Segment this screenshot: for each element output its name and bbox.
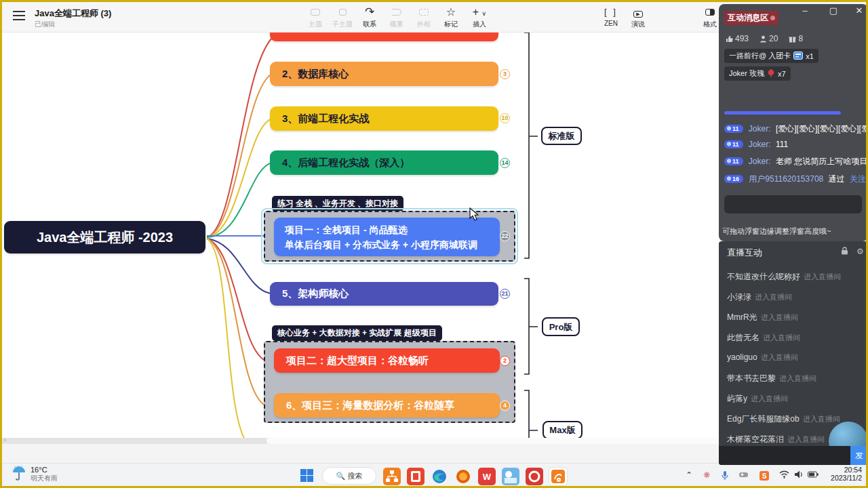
orgchart-app-icon[interactable] — [383, 468, 401, 485]
search-input[interactable]: 🔍 搜索 — [322, 467, 376, 485]
project2-group-box[interactable]: 项目二：超大型项目：谷粒畅听 6、项目三：海量数据分析：谷粒随享 — [264, 341, 515, 423]
taskbar: 16°C明天有雨 🔍 搜索 W ⌃ ❋ S — [2, 463, 868, 488]
people-icon — [760, 35, 767, 43]
edition-max[interactable]: Max版 — [542, 421, 583, 439]
plus-icon: + ∨ — [465, 5, 494, 19]
node-2-database[interactable]: 2、数据库核心 — [270, 62, 498, 86]
viewers-stat: 20 — [760, 34, 778, 43]
node-project1[interactable]: 项目一：全栈项目 - 尚品甄选 单体后台项目 + 分布式业务 + 小程序商城联调 — [274, 218, 500, 256]
tool-mark[interactable]: ☆ 标记 — [436, 5, 466, 29]
level-badge: 16 — [724, 175, 743, 183]
sogou-input-icon[interactable]: S — [759, 470, 770, 483]
subtopic-icon — [328, 5, 357, 19]
node-3-frontend[interactable]: 3、前端工程化实战 — [270, 106, 498, 131]
oracle-app-icon[interactable] — [526, 468, 543, 485]
weather-widget[interactable]: 16°C明天有雨 — [12, 466, 58, 483]
gamepad-icon[interactable] — [738, 470, 749, 481]
hamburger-menu-icon[interactable] — [13, 11, 25, 20]
wifi-icon[interactable] — [779, 470, 789, 481]
mindmap-app-icon-active[interactable] — [549, 468, 567, 485]
gift-icon — [789, 35, 796, 43]
edition-standard[interactable]: 标准版 — [541, 127, 582, 145]
close-icon[interactable]: ✕ — [853, 5, 865, 16]
tag-practice[interactable]: 练习 全栈 、业务开发 、接口对接 — [272, 196, 403, 211]
minimize-icon[interactable]: – — [799, 5, 811, 16]
tool-summary[interactable]: 概要 — [382, 5, 412, 29]
enter-room-link: 进入直播间 — [761, 353, 798, 361]
microphone-icon[interactable] — [721, 470, 729, 483]
viewer-row[interactable]: 屿落y进入直播间 — [727, 393, 863, 405]
live-input-bar[interactable]: 发 — [719, 446, 868, 465]
enter-room-link: 进入直播间 — [779, 374, 816, 382]
start-button[interactable] — [300, 469, 314, 483]
tool-zen[interactable]: [ ] ZEN — [596, 5, 626, 27]
summary-icon — [382, 5, 412, 19]
enter-room-link: 进入直播间 — [803, 415, 840, 423]
gear-icon[interactable]: ⚙ — [856, 247, 864, 256]
viewer-row[interactable]: Edg厂长韩服随缘ob进入直播间 — [727, 413, 863, 425]
node-5-architect[interactable]: 5、架构师核心 — [270, 282, 498, 306]
viewer-row[interactable]: MmrR光进入直播间 — [727, 312, 863, 323]
speaker-icon[interactable] — [794, 470, 804, 481]
badge-node5[interactable]: 21 — [500, 289, 510, 299]
chat-input[interactable] — [724, 195, 862, 214]
central-topic[interactable]: Java全端工程师 -2023 — [4, 221, 205, 253]
reader-app-icon[interactable] — [407, 468, 425, 485]
enter-room-link: 进入直播间 — [787, 435, 825, 443]
viewer-row[interactable]: yaoliguo进入直播间 — [727, 352, 863, 363]
chat-message: 11 Joker: 老师 您说简历上写啥项目吸引人 — [724, 156, 867, 167]
badge-project3[interactable]: 4 — [500, 401, 510, 411]
tool-insert[interactable]: + ∨ 插入 — [465, 5, 494, 29]
badge-node2[interactable]: 3 — [500, 69, 510, 79]
chat-stats: 493 20 8 — [726, 34, 803, 43]
lock-icon[interactable] — [841, 247, 848, 257]
tool-relation[interactable]: ↷ 联系 — [355, 5, 384, 29]
rain-umbrella-icon — [12, 466, 26, 482]
level-badge: 11 — [724, 157, 743, 165]
viewer-row[interactable]: 不知道改什么呢称好进入直播间 — [727, 271, 863, 283]
badge-node3[interactable]: 10 — [500, 113, 510, 123]
tray-chevron-icon[interactable]: ⌃ — [686, 470, 692, 480]
node-1-clipped[interactable] — [270, 33, 498, 41]
rose-icon — [767, 69, 775, 79]
badge-node4[interactable]: 14 — [500, 158, 510, 168]
enter-room-link: 进入直播间 — [804, 272, 841, 281]
enter-room-link: 进入直播间 — [761, 313, 798, 321]
topic-icon — [300, 5, 330, 19]
send-button[interactable]: 发 — [850, 446, 868, 465]
gift-row: 一路前行@ 入团卡 x1 — [724, 49, 818, 63]
live-panel: 直播互动 ⚙ 不知道改什么呢称好进入直播间 小渌渌进入直播间 MmrR光进入直播… — [719, 241, 868, 465]
tool-frame[interactable]: 外框 — [409, 5, 439, 29]
tool-subtopic[interactable]: 子主题 — [328, 5, 357, 29]
scrollbar-thumb[interactable] — [267, 438, 789, 444]
clock-widget[interactable]: 20:542023/11/2 — [820, 466, 862, 482]
gift-row: Joker 玫瑰 x7 — [724, 66, 791, 81]
video-app-icon[interactable] — [502, 468, 519, 485]
node-project2[interactable]: 项目二：超大型项目：谷粒畅听 — [274, 348, 500, 373]
tag-core-business[interactable]: 核心业务 + 大数据对接 + 实战扩展 超级项目 — [272, 325, 442, 341]
edition-pro[interactable]: Pro版 — [542, 317, 580, 336]
chat-panel-title: 互动消息区 — [724, 11, 778, 25]
running-indicator — [532, 486, 537, 487]
node-project3[interactable]: 6、项目三：海量数据分析：谷粒随享 — [274, 393, 500, 418]
badge-project1[interactable]: 22 — [500, 231, 510, 241]
pinwheel-app-icon[interactable]: ❋ — [703, 470, 710, 480]
maximize-icon[interactable]: ▢ — [827, 5, 840, 16]
scroll-left-icon[interactable]: ‹ — [4, 436, 6, 443]
viewer-row[interactable]: 此曾无名进入直播间 — [727, 332, 863, 344]
tool-present[interactable]: ▶ 演说 — [623, 5, 653, 29]
edge-browser-icon[interactable] — [431, 468, 448, 485]
viewer-row[interactable]: 小渌渌进入直播间 — [727, 291, 863, 303]
firefox-browser-icon[interactable] — [454, 468, 472, 485]
follow-link[interactable]: 关注 — [850, 174, 866, 184]
enter-room-link: 进入直播间 — [763, 333, 800, 342]
play-icon: ▶ — [623, 5, 653, 19]
viewer-row[interactable]: 木樨落空花落泪进入直播间 — [727, 434, 863, 445]
chat-panel: – ▢ ✕ 互动消息区 493 20 8 一路前行@ 入团卡 x1 Joker … — [719, 4, 868, 241]
wps-icon[interactable]: W — [478, 468, 496, 485]
badge-project2[interactable]: 2 — [500, 356, 510, 366]
node-4-backend[interactable]: 4、后端工程化实战（深入） — [270, 150, 498, 175]
tool-topic[interactable]: 主题 — [300, 5, 330, 29]
battery-icon[interactable] — [808, 470, 818, 480]
viewer-row[interactable]: 带本书去巴黎进入直播间 — [727, 373, 863, 384]
